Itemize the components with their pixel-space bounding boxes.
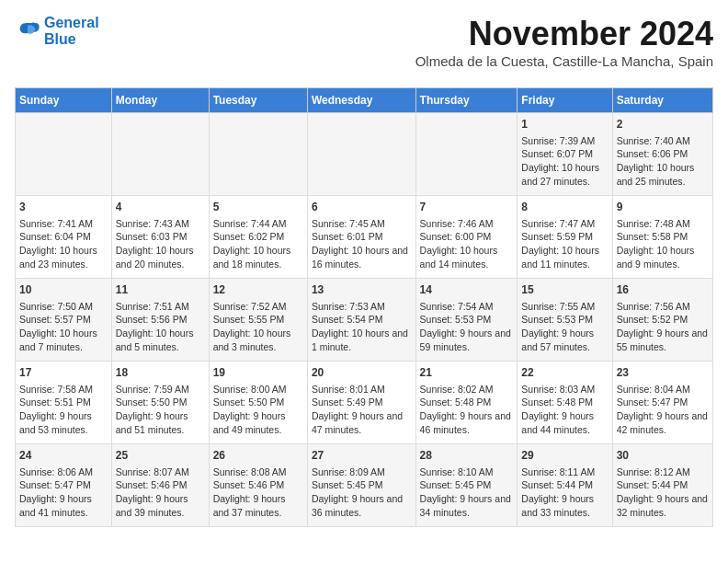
day-number: 9 bbox=[617, 200, 709, 215]
calendar-day-cell: 15Sunrise: 7:55 AM Sunset: 5:53 PM Dayli… bbox=[518, 279, 612, 362]
day-number: 14 bbox=[420, 282, 514, 298]
day-info: Sunrise: 7:50 AM Sunset: 5:57 PM Dayligh… bbox=[19, 300, 108, 354]
day-info: Sunrise: 8:00 AM Sunset: 5:50 PM Dayligh… bbox=[213, 383, 303, 437]
weekday-header: Monday bbox=[111, 88, 209, 113]
day-info: Sunrise: 7:41 AM Sunset: 6:04 PM Dayligh… bbox=[19, 217, 108, 271]
day-info: Sunrise: 7:40 AM Sunset: 6:06 PM Dayligh… bbox=[617, 134, 709, 189]
logo-text: General Blue bbox=[44, 15, 99, 47]
calendar-day-cell bbox=[209, 113, 307, 196]
day-info: Sunrise: 8:08 AM Sunset: 5:46 PM Dayligh… bbox=[213, 465, 303, 520]
calendar-day-cell: 12Sunrise: 7:52 AM Sunset: 5:55 PM Dayli… bbox=[209, 279, 307, 362]
calendar-day-cell: 11Sunrise: 7:51 AM Sunset: 5:56 PM Dayli… bbox=[111, 279, 209, 362]
logo-icon bbox=[15, 17, 40, 42]
day-number: 2 bbox=[617, 117, 709, 132]
weekday-header: Saturday bbox=[612, 88, 712, 113]
day-number: 25 bbox=[116, 448, 205, 464]
calendar-day-cell bbox=[16, 113, 112, 196]
day-info: Sunrise: 8:10 AM Sunset: 5:45 PM Dayligh… bbox=[420, 465, 514, 520]
day-info: Sunrise: 8:03 AM Sunset: 5:48 PM Dayligh… bbox=[521, 383, 608, 437]
day-info: Sunrise: 8:06 AM Sunset: 5:47 PM Dayligh… bbox=[19, 465, 108, 520]
weekday-header: Sunday bbox=[16, 88, 112, 113]
calendar-day-cell: 22Sunrise: 8:03 AM Sunset: 5:48 PM Dayli… bbox=[518, 362, 612, 444]
day-info: Sunrise: 7:48 AM Sunset: 5:58 PM Dayligh… bbox=[617, 217, 709, 271]
day-info: Sunrise: 8:04 AM Sunset: 5:47 PM Dayligh… bbox=[617, 383, 709, 437]
day-number: 5 bbox=[213, 200, 303, 215]
month-title: November 2024 bbox=[415, 15, 713, 53]
calendar-day-cell: 28Sunrise: 8:10 AM Sunset: 5:45 PM Dayli… bbox=[415, 444, 518, 527]
day-info: Sunrise: 7:46 AM Sunset: 6:00 PM Dayligh… bbox=[420, 217, 514, 271]
day-number: 19 bbox=[213, 365, 303, 381]
calendar-day-cell: 10Sunrise: 7:50 AM Sunset: 5:57 PM Dayli… bbox=[16, 279, 112, 362]
day-info: Sunrise: 7:54 AM Sunset: 5:53 PM Dayligh… bbox=[420, 300, 514, 354]
day-info: Sunrise: 7:39 AM Sunset: 6:07 PM Dayligh… bbox=[521, 134, 608, 189]
calendar-day-cell: 8Sunrise: 7:47 AM Sunset: 5:59 PM Daylig… bbox=[518, 196, 612, 279]
weekday-header: Wednesday bbox=[307, 88, 415, 113]
day-number: 18 bbox=[116, 365, 205, 381]
day-number: 24 bbox=[19, 448, 108, 464]
day-number: 15 bbox=[521, 282, 608, 298]
calendar-day-cell: 6Sunrise: 7:45 AM Sunset: 6:01 PM Daylig… bbox=[307, 196, 415, 279]
day-number: 11 bbox=[116, 282, 205, 298]
weekday-header: Tuesday bbox=[209, 88, 307, 113]
day-info: Sunrise: 7:45 AM Sunset: 6:01 PM Dayligh… bbox=[312, 217, 412, 271]
calendar-day-cell: 21Sunrise: 8:02 AM Sunset: 5:48 PM Dayli… bbox=[415, 362, 518, 444]
day-number: 1 bbox=[521, 117, 608, 132]
calendar-week-row: 1Sunrise: 7:39 AM Sunset: 6:07 PM Daylig… bbox=[16, 113, 713, 196]
calendar-day-cell: 17Sunrise: 7:58 AM Sunset: 5:51 PM Dayli… bbox=[16, 362, 112, 444]
calendar-header: SundayMondayTuesdayWednesdayThursdayFrid… bbox=[16, 88, 713, 113]
calendar-day-cell: 23Sunrise: 8:04 AM Sunset: 5:47 PM Dayli… bbox=[612, 362, 712, 444]
logo: General Blue bbox=[15, 15, 99, 47]
calendar-day-cell: 4Sunrise: 7:43 AM Sunset: 6:03 PM Daylig… bbox=[111, 196, 209, 279]
calendar-table: SundayMondayTuesdayWednesdayThursdayFrid… bbox=[15, 87, 713, 527]
calendar-day-cell: 2Sunrise: 7:40 AM Sunset: 6:06 PM Daylig… bbox=[612, 113, 712, 196]
day-number: 17 bbox=[19, 365, 108, 381]
day-number: 13 bbox=[312, 282, 412, 298]
calendar-day-cell: 1Sunrise: 7:39 AM Sunset: 6:07 PM Daylig… bbox=[518, 113, 612, 196]
calendar-day-cell: 16Sunrise: 7:56 AM Sunset: 5:52 PM Dayli… bbox=[612, 279, 712, 362]
day-info: Sunrise: 8:09 AM Sunset: 5:45 PM Dayligh… bbox=[312, 465, 412, 520]
day-number: 30 bbox=[617, 448, 709, 464]
day-info: Sunrise: 8:02 AM Sunset: 5:48 PM Dayligh… bbox=[420, 383, 514, 437]
calendar-day-cell: 30Sunrise: 8:12 AM Sunset: 5:44 PM Dayli… bbox=[612, 444, 712, 527]
calendar-day-cell: 18Sunrise: 7:59 AM Sunset: 5:50 PM Dayli… bbox=[111, 362, 209, 444]
calendar-day-cell: 20Sunrise: 8:01 AM Sunset: 5:49 PM Dayli… bbox=[307, 362, 415, 444]
day-number: 7 bbox=[420, 200, 514, 215]
calendar-day-cell: 19Sunrise: 8:00 AM Sunset: 5:50 PM Dayli… bbox=[209, 362, 307, 444]
day-info: Sunrise: 8:12 AM Sunset: 5:44 PM Dayligh… bbox=[617, 465, 709, 520]
day-info: Sunrise: 7:59 AM Sunset: 5:50 PM Dayligh… bbox=[116, 383, 205, 437]
calendar-body: 1Sunrise: 7:39 AM Sunset: 6:07 PM Daylig… bbox=[16, 113, 713, 527]
title-section: November 2024 Olmeda de la Cuesta, Casti… bbox=[415, 15, 713, 76]
day-info: Sunrise: 7:43 AM Sunset: 6:03 PM Dayligh… bbox=[116, 217, 205, 271]
calendar-day-cell: 14Sunrise: 7:54 AM Sunset: 5:53 PM Dayli… bbox=[415, 279, 518, 362]
weekday-header: Friday bbox=[518, 88, 612, 113]
calendar-week-row: 17Sunrise: 7:58 AM Sunset: 5:51 PM Dayli… bbox=[16, 362, 713, 444]
calendar-day-cell: 29Sunrise: 8:11 AM Sunset: 5:44 PM Dayli… bbox=[518, 444, 612, 527]
weekday-header: Thursday bbox=[415, 88, 518, 113]
calendar-week-row: 24Sunrise: 8:06 AM Sunset: 5:47 PM Dayli… bbox=[16, 444, 713, 527]
day-number: 22 bbox=[521, 365, 608, 381]
day-info: Sunrise: 8:01 AM Sunset: 5:49 PM Dayligh… bbox=[312, 383, 412, 437]
day-info: Sunrise: 7:56 AM Sunset: 5:52 PM Dayligh… bbox=[617, 300, 709, 354]
calendar-day-cell: 7Sunrise: 7:46 AM Sunset: 6:00 PM Daylig… bbox=[415, 196, 518, 279]
day-info: Sunrise: 7:52 AM Sunset: 5:55 PM Dayligh… bbox=[213, 300, 303, 354]
calendar-day-cell: 9Sunrise: 7:48 AM Sunset: 5:58 PM Daylig… bbox=[612, 196, 712, 279]
calendar-day-cell bbox=[111, 113, 209, 196]
calendar-day-cell: 26Sunrise: 8:08 AM Sunset: 5:46 PM Dayli… bbox=[209, 444, 307, 527]
header-row: SundayMondayTuesdayWednesdayThursdayFrid… bbox=[16, 88, 713, 113]
calendar-day-cell: 25Sunrise: 8:07 AM Sunset: 5:46 PM Dayli… bbox=[111, 444, 209, 527]
top-row: General Blue November 2024 Olmeda de la … bbox=[15, 15, 713, 80]
day-number: 27 bbox=[312, 448, 412, 464]
location-title: Olmeda de la Cuesta, Castille-La Mancha,… bbox=[415, 53, 713, 69]
day-number: 21 bbox=[420, 365, 514, 381]
day-number: 3 bbox=[19, 200, 108, 215]
day-number: 16 bbox=[617, 282, 709, 298]
calendar-week-row: 3Sunrise: 7:41 AM Sunset: 6:04 PM Daylig… bbox=[16, 196, 713, 279]
day-info: Sunrise: 7:53 AM Sunset: 5:54 PM Dayligh… bbox=[312, 300, 412, 354]
day-info: Sunrise: 8:11 AM Sunset: 5:44 PM Dayligh… bbox=[521, 465, 608, 520]
day-number: 12 bbox=[213, 282, 303, 298]
day-number: 8 bbox=[521, 200, 608, 215]
day-number: 29 bbox=[521, 448, 608, 464]
day-number: 10 bbox=[19, 282, 108, 298]
day-number: 6 bbox=[312, 200, 412, 215]
day-number: 26 bbox=[213, 448, 303, 464]
